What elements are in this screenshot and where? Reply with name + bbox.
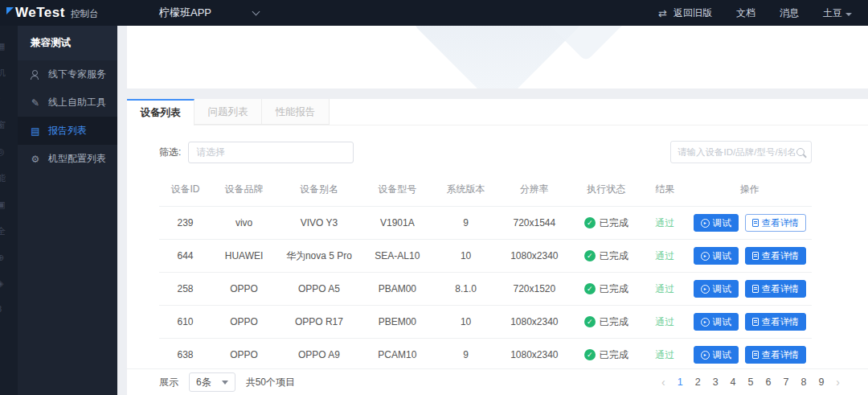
tab-1[interactable]: 问题列表 [194,99,262,125]
search-input[interactable] [678,147,796,157]
collapsed-nav-rail[interactable]: ▦机↑窗◎能▣全⊕◈8 [0,26,18,395]
sidebar-section-title: 兼容测试 [18,26,117,60]
user-icon [30,70,41,80]
cell-alias: OPPO R17 [276,306,362,339]
debug-button[interactable]: ▸调试 [694,247,739,265]
page-number[interactable]: 9 [818,376,824,388]
view-detail-button[interactable]: 查看详情 [745,313,806,331]
sidebar-item-2[interactable]: ▤报告列表 [18,117,117,145]
sidebar-menu: 线下专家服务✎线上自助工具▤报告列表⚙机型配置列表 [18,60,117,173]
sidebar-item-label: 线下专家服务 [48,68,106,81]
page-size-select[interactable]: 6条 [189,372,235,392]
wetest-logo[interactable]: WeTest 控制台 [0,5,121,21]
prev-page-button[interactable]: ‹ [661,376,665,389]
cell-resolution: 1080x2340 [498,240,570,273]
cell-actions: ▸调试查看详情 [688,240,812,273]
hero-illustration [412,26,583,88]
table-row: 610OPPOOPPO R17PBEM00101080x2340✓已完成通过▸调… [159,306,812,339]
cell-result: 通过 [642,273,688,306]
document-icon [752,219,759,227]
rail-glyph: ◈ [0,278,18,289]
debug-button[interactable]: ▸调试 [694,280,739,298]
cell-os: 8.1.0 [433,273,498,306]
column-header: 结果 [642,175,688,207]
play-icon: ▸ [701,285,710,294]
sidebar-item-0[interactable]: 线下专家服务 [18,60,117,88]
column-header: 操作 [688,175,812,207]
view-detail-button[interactable]: 查看详情 [745,214,806,232]
page-number[interactable]: 5 [748,376,754,388]
column-header: 设备品牌 [211,175,276,207]
app-selector-label: 柠檬班APP [159,6,211,20]
debug-button[interactable]: ▸调试 [694,313,739,331]
cell-alias: 华为nova 5 Pro [276,240,362,273]
user-menu[interactable]: 土豆 [823,6,852,20]
view-detail-label: 查看详情 [762,316,799,328]
cell-brand: OPPO [211,339,276,372]
hero-panel [127,26,868,88]
debug-label: 调试 [713,283,731,295]
debug-button[interactable]: ▸调试 [694,346,739,364]
cell-actions: ▸调试查看详情 [688,207,812,240]
sidebar: 兼容测试 线下专家服务✎线上自助工具▤报告列表⚙机型配置列表 [18,26,117,395]
tab-2[interactable]: 性能报告 [262,99,330,125]
page-number[interactable]: 8 [800,376,806,388]
console-label: 控制台 [71,8,99,20]
tab-bar: 设备列表问题列表性能报告 [127,99,868,125]
status-badge: ✓已完成 [584,348,628,362]
view-detail-label: 查看详情 [762,283,799,295]
cell-result: 通过 [642,306,688,339]
table-header-row: 设备ID设备品牌设备别名设备型号系统版本分辨率执行状态结果操作 [159,175,812,207]
back-to-old-link[interactable]: 返回旧版 [674,6,712,20]
page-number[interactable]: 1 [678,376,683,388]
page-number[interactable]: 4 [731,376,736,388]
user-name: 土豆 [823,7,842,19]
page-number[interactable]: 3 [713,376,719,388]
view-detail-button[interactable]: 查看详情 [745,280,806,298]
search-icon[interactable] [796,148,805,156]
debug-button[interactable]: ▸调试 [694,214,739,232]
cell-brand: OPPO [211,273,276,306]
status-text: 已完成 [600,282,628,296]
column-header: 设备ID [159,175,211,207]
sidebar-item-3[interactable]: ⚙机型配置列表 [18,145,117,173]
docs-link[interactable]: 文档 [736,6,755,20]
view-detail-label: 查看详情 [762,349,799,361]
user-caret-icon [845,13,852,16]
play-icon: ▸ [701,219,710,228]
document-icon [752,285,759,293]
rail-glyph: ▦ [0,41,18,51]
success-check-icon: ✓ [584,349,596,360]
app-selector[interactable]: 柠檬班APP [159,6,259,20]
topbar-links: ⇄ 返回旧版 文档 消息 土豆 [658,6,868,20]
page-number[interactable]: 2 [695,376,701,388]
success-check-icon: ✓ [584,217,596,228]
cell-actions: ▸调试查看详情 [688,306,812,339]
debug-label: 调试 [713,217,731,229]
cell-model: PBAM00 [362,273,433,306]
table-body: 239vivoVIVO Y3V1901A9720x1544✓已完成通过▸调试查看… [159,207,812,395]
page-number[interactable]: 6 [766,376,772,388]
rail-glyph: ◎ [0,146,18,157]
view-detail-button[interactable]: 查看详情 [745,346,806,364]
cell-resolution: 720x1520 [498,273,570,306]
switch-version-icon: ⇄ [658,7,667,19]
filter-input[interactable] [188,142,354,163]
sidebar-item-label: 线上自助工具 [48,96,106,109]
cell-os: 10 [433,240,498,273]
cell-status: ✓已完成 [571,273,642,306]
tab-0[interactable]: 设备列表 [127,99,194,125]
view-detail-button[interactable]: 查看详情 [745,247,806,265]
view-detail-label: 查看详情 [762,217,799,229]
status-text: 已完成 [600,348,628,362]
cell-brand: OPPO [211,306,276,339]
sidebar-item-1[interactable]: ✎线上自助工具 [18,88,117,117]
page-number[interactable]: 7 [783,376,788,388]
status-badge: ✓已完成 [584,216,628,230]
play-icon: ▸ [701,318,710,327]
document-icon [752,318,759,326]
rail-glyph: 窗 [0,119,18,131]
next-page-button[interactable]: › [836,376,840,389]
column-header: 系统版本 [433,175,498,207]
messages-link[interactable]: 消息 [780,6,799,20]
